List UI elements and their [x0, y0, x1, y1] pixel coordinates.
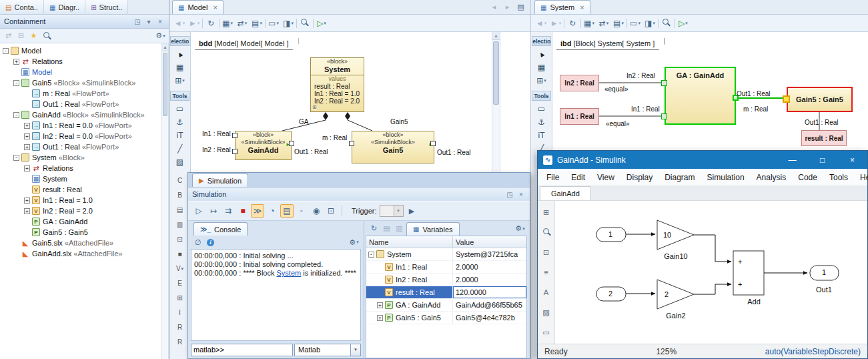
palette-group-icon[interactable]: ▤: [172, 203, 188, 217]
tree-item[interactable]: Out1 : Real «FlowPort»: [0, 141, 161, 152]
note-icon[interactable]: ▭: [267, 17, 280, 30]
variable-name-cell[interactable]: In2 : Real: [366, 274, 453, 286]
palette-group-icon[interactable]: R: [172, 320, 188, 334]
variables-options-gear-icon[interactable]: ⚙: [514, 223, 526, 234]
tree-expander-icon[interactable]: [13, 59, 19, 65]
export-variables-icon[interactable]: ▥: [394, 223, 405, 234]
variable-row[interactable]: GA : GainAdd GainAdd@66f55b65: [366, 299, 526, 312]
annotation-icon[interactable]: A: [540, 286, 552, 298]
toolbar-icon[interactable]: [564, 19, 564, 28]
trigger-dropdown[interactable]: ▾: [380, 205, 404, 217]
row-expander-icon[interactable]: [377, 302, 383, 308]
panel-menu-icon[interactable]: ▾: [144, 17, 153, 26]
tree-item[interactable]: Relations: [0, 56, 161, 67]
variable-row[interactable]: result : Real 120.0000: [366, 286, 526, 299]
multi-select-tool-icon[interactable]: ▦: [172, 61, 188, 73]
refresh-diagram-icon[interactable]: ↻: [566, 17, 579, 30]
gain5-block[interactable]: «block» «SimulinkBlock» Gain5 ▸: [352, 131, 434, 163]
tree-item[interactable]: GA : GainAdd: [0, 216, 161, 227]
palette-tools-header[interactable]: Tools: [532, 91, 551, 101]
toolbar-icon[interactable]: [313, 19, 314, 28]
toolbar-icon[interactable]: [658, 19, 659, 28]
toolbar-icon[interactable]: [219, 19, 220, 28]
toolbar-icon[interactable]: [580, 19, 581, 28]
step-over-icon[interactable]: ⇉: [222, 204, 235, 218]
text-tool-icon[interactable]: iT: [172, 129, 188, 141]
port-ga-in2[interactable]: [661, 80, 667, 86]
create-diagram-icon[interactable]: ▦: [582, 17, 596, 30]
port-gain5-out1[interactable]: [430, 141, 436, 146]
tab-model-diagram[interactable]: ▦ Model ×: [172, 0, 224, 14]
tree-item[interactable]: Gain5 : Gain5: [0, 227, 161, 238]
tree-expander-icon[interactable]: [24, 208, 30, 214]
display-options-icon[interactable]: ▤: [250, 17, 264, 30]
area-icon[interactable]: ▭: [540, 326, 552, 338]
console-options-gear-icon[interactable]: ⚙: [348, 237, 360, 248]
image-icon[interactable]: ▨: [540, 306, 552, 318]
variable-value-cell[interactable]: 2.0000: [453, 261, 526, 273]
run-simulation-icon[interactable]: ▷: [315, 17, 328, 30]
tree-item[interactable]: In2 : Real = 0.0 «FlowPort»: [0, 131, 161, 141]
variable-value-cell[interactable]: 120.0000: [453, 286, 526, 298]
clear-console-icon[interactable]: ∅: [192, 237, 203, 248]
dropdown-caret-icon[interactable]: ▾: [350, 344, 360, 356]
variable-value-cell[interactable]: 2.0000: [453, 274, 526, 286]
info-icon[interactable]: [205, 237, 216, 248]
console-output[interactable]: 00:00:00,000 : Initial solving ...00:00:…: [191, 249, 361, 341]
palette-group-icon[interactable]: I: [172, 306, 188, 320]
signal-lines-icon[interactable]: ≡: [540, 266, 552, 278]
show-browser-icon[interactable]: ⊞: [540, 206, 552, 218]
menu-item[interactable]: File: [540, 173, 565, 182]
tab-gainadd[interactable]: GainAdd: [540, 186, 591, 200]
variable-row[interactable]: Gain5 : Gain5 Gain5@4e4c782b: [366, 312, 526, 324]
column-value[interactable]: Value: [453, 236, 526, 248]
back-icon[interactable]: ◄: [173, 17, 186, 30]
palette-group-icon[interactable]: ■: [172, 247, 188, 261]
column-name[interactable]: Name: [366, 236, 453, 248]
row-expander-icon[interactable]: [368, 252, 374, 258]
tab-containment[interactable]: ▤ Conta..: [0, 0, 44, 14]
palette-group-icon[interactable]: E: [172, 276, 188, 290]
tree-expander-icon[interactable]: [13, 80, 19, 86]
related-elements-icon[interactable]: ⇄: [236, 17, 249, 30]
toolbar-icon[interactable]: [626, 19, 627, 28]
port-gainadd-out1[interactable]: [289, 141, 294, 146]
cursor-tool-icon[interactable]: ▲: [534, 47, 550, 60]
resume-icon[interactable]: ▷: [192, 204, 205, 218]
zoom-tool-icon[interactable]: ⊞: [172, 74, 188, 87]
close-panel-icon[interactable]: ×: [155, 17, 165, 26]
export-result-icon[interactable]: ⊡: [324, 204, 338, 218]
tree-item[interactable]: GainAdd.slx «AttachedFile»: [0, 248, 161, 259]
refresh-icon[interactable]: ↻: [368, 223, 380, 234]
anchor-tool-icon[interactable]: ⚓: [534, 115, 550, 128]
animation-speed-icon[interactable]: ◔: [266, 204, 279, 218]
close-button[interactable]: ×: [837, 151, 867, 169]
toolbar-icon[interactable]: [675, 19, 675, 28]
note-tool-icon[interactable]: ▭: [172, 102, 188, 115]
toolbar-icon[interactable]: [265, 19, 266, 28]
variable-value-cell[interactable]: Gain5@4e4c782b: [453, 312, 526, 324]
palette-group-icon[interactable]: ⊞: [172, 291, 188, 305]
simulink-titlebar[interactable]: ∿ GainAdd - Simulink —□×: [538, 151, 867, 169]
gainadd-block[interactable]: «block» «SimulinkBlock» GainAdd ▸: [235, 131, 292, 160]
gain2-block[interactable]: [657, 280, 694, 309]
scroll-thumb[interactable]: [493, 41, 499, 105]
tree-item[interactable]: System: [0, 173, 161, 184]
zoom-icon[interactable]: [298, 17, 312, 30]
tree-item[interactable]: System «Block»: [0, 152, 161, 163]
tab-simulation[interactable]: ▶ Simulation: [192, 173, 248, 187]
fit-view-icon[interactable]: ⊡: [540, 246, 552, 258]
tree-item[interactable]: In2 : Real = 2.0: [0, 206, 161, 216]
tree-expander-icon[interactable]: [3, 48, 9, 54]
variable-value-cell[interactable]: System@37215fca: [453, 248, 526, 260]
toolbar-icon[interactable]: [202, 19, 203, 28]
tree-item[interactable]: In1 : Real = 1.0: [0, 195, 161, 206]
scroll-thumb[interactable]: [163, 53, 167, 116]
menu-item[interactable]: Simulation: [701, 173, 751, 182]
tree-scrollbar[interactable]: ▲: [161, 43, 169, 359]
tree-item[interactable]: Relations: [0, 163, 161, 173]
row-expander-icon[interactable]: [377, 315, 383, 321]
containment-options-gear-icon[interactable]: ⚙: [155, 30, 166, 41]
menu-item[interactable]: Code: [792, 173, 823, 182]
variable-name-cell[interactable]: GA : GainAdd: [366, 299, 453, 311]
